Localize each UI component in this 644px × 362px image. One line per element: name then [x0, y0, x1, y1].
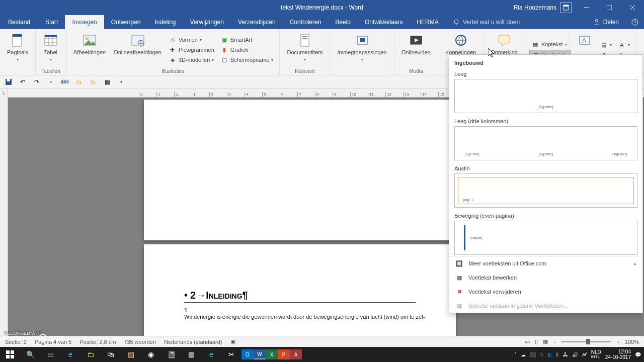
redo-button[interactable]: ↷ — [32, 77, 41, 86]
ribbon-options-icon[interactable] — [560, 2, 572, 13]
app-sticky[interactable]: ▨ — [121, 347, 141, 362]
smartart-button[interactable]: ▣SmartArt — [218, 35, 276, 44]
chart-button[interactable]: ▮Grafiek — [218, 45, 276, 54]
close-button[interactable] — [621, 0, 644, 15]
tray-clock[interactable]: 12:04 24-10-2017 — [605, 349, 631, 360]
tray-up-icon[interactable]: ˄ — [514, 352, 517, 357]
nav-pane-toggle[interactable]: L — [0, 88, 8, 342]
addins-button[interactable]: Invoegtoepassingen — [334, 31, 389, 68]
start-button[interactable] — [0, 347, 20, 362]
page-previous[interactable] — [144, 100, 456, 240]
more-footers-online[interactable]: 🔲 Meer voetteksten uit Office.com ▸ — [449, 256, 642, 270]
table-button[interactable]: Tabel — [40, 31, 62, 68]
folder-button[interactable]: 🗀 — [89, 77, 98, 86]
undo-button[interactable]: ↶ — [18, 77, 27, 86]
app-edge[interactable]: e — [60, 347, 80, 362]
zoom-level[interactable]: 100% — [625, 339, 639, 345]
empty-paragraph[interactable]: ¶ — [184, 307, 416, 313]
body-text[interactable]: Windenergie·is·energie·die·gewonnen·word… — [184, 313, 416, 321]
tab-herma[interactable]: HERMA — [410, 15, 445, 29]
view-print-icon[interactable]: ▯ — [535, 338, 538, 345]
icons-button[interactable]: ✚Pictogrammen — [167, 45, 216, 54]
tab-verzendlijsten[interactable]: Verzendlijsten — [231, 15, 283, 29]
screenshot-button[interactable]: ▢Schermopname — [218, 55, 276, 64]
spellcheck-button[interactable]: abc — [60, 77, 69, 86]
qat-more-button[interactable]: ▾ — [117, 77, 126, 86]
gallery-item-leeg3[interactable]: [Typ hier] [Typ hier] [Typ hier] — [454, 126, 637, 160]
app-access[interactable]: A — [290, 349, 302, 359]
tray-language[interactable]: NLD INTL — [591, 349, 601, 359]
document-item-button[interactable]: Documentitem — [284, 31, 326, 68]
pictures-button[interactable]: Afbeeldingen — [70, 31, 109, 68]
search-button[interactable]: 🔍 — [20, 347, 40, 362]
gallery-item-beweging[interactable]: [Datum] — [454, 221, 637, 255]
tray-office-icon[interactable]: ⬛ — [530, 352, 536, 357]
app-calc[interactable]: ▦ — [181, 347, 201, 362]
3d-models-button[interactable]: ◈3D-modellen — [167, 55, 216, 64]
tab-indeling[interactable]: Indeling — [147, 15, 183, 29]
online-video-button[interactable]: Onlinevideo — [398, 31, 434, 68]
tab-start[interactable]: Start — [38, 15, 65, 29]
app-explorer[interactable]: 🗀 — [80, 347, 101, 362]
tray-notifications-icon[interactable]: 💬 — [635, 352, 641, 357]
table-qat-button[interactable]: ▦ — [103, 77, 112, 86]
shapes-button[interactable]: ◇Vormen — [167, 35, 216, 44]
status-words[interactable]: 735 woorden — [124, 339, 156, 345]
zoom-slider[interactable] — [561, 341, 611, 342]
app-store[interactable]: 🛍 — [101, 347, 121, 362]
app-excel[interactable]: X — [266, 349, 278, 359]
pages-button[interactable]: Pagina's — [4, 31, 31, 68]
quickparts-button[interactable]: ▤ — [598, 40, 614, 49]
app-notepad[interactable]: 📓 — [161, 347, 181, 362]
zoom-in-button[interactable]: + — [616, 339, 619, 345]
share-button[interactable]: Delen — [586, 15, 626, 29]
app-outlook[interactable]: O — [242, 349, 254, 359]
tab-ontwerpen[interactable]: Ontwerpen — [104, 15, 148, 29]
app-chrome[interactable]: ◉ — [141, 347, 161, 362]
save-button[interactable] — [4, 77, 13, 86]
view-read-icon[interactable]: ▭ — [525, 338, 530, 345]
header-button[interactable]: ▦Koptekst — [529, 40, 571, 49]
online-pictures-button[interactable]: Onlineafbeeldingen — [111, 31, 165, 68]
tray-volume-icon[interactable]: 🔊 — [572, 352, 578, 357]
tab-beeld[interactable]: Beeld — [328, 15, 358, 29]
gallery-item-austin[interactable]: pag. 1 — [454, 173, 637, 208]
remove-footer[interactable]: ✖ Voettekst verwijderen — [449, 285, 642, 299]
app-powerpoint[interactable]: P — [278, 349, 290, 359]
tab-controleren[interactable]: Controleren — [283, 15, 329, 29]
page-current[interactable]: • 2→Inleiding¶ ¶ Windenergie·is·energie·… — [144, 244, 456, 342]
screenshot-icon: ▢ — [220, 56, 228, 64]
new-doc-button[interactable]: ▫ — [46, 77, 55, 86]
tray-battery-icon[interactable]: 🗲 — [582, 352, 587, 357]
tray-onedrive-icon[interactable]: ☁ — [521, 352, 526, 357]
tab-ontwikkelaars[interactable]: Ontwikkelaars — [358, 15, 410, 29]
status-position[interactable]: Positie: 2,8 cm — [79, 339, 116, 345]
tray-outlook-icon[interactable]: ◧ — [547, 352, 552, 357]
status-language[interactable]: Nederlands (standaard) — [164, 339, 222, 345]
tab-file[interactable]: Bestand — [0, 15, 38, 29]
app-snip[interactable]: ✂ — [221, 347, 242, 362]
maximize-button[interactable] — [598, 0, 621, 15]
open-folder-button[interactable]: 🗀 — [74, 77, 84, 86]
edit-footer[interactable]: ▦ Voettekst bewerken — [449, 270, 642, 285]
app-word[interactable]: W — [254, 349, 266, 359]
heading[interactable]: • 2→Inleiding¶ — [184, 290, 416, 303]
tray-bluetooth-icon[interactable]: ᛒ — [556, 352, 559, 357]
dropcap-button[interactable]: A̲ — [616, 40, 632, 49]
minimize-button[interactable] — [575, 0, 598, 15]
tab-invoegen[interactable]: Invoegen — [65, 15, 104, 29]
tell-me-search[interactable]: Vertel wat u wilt doen — [446, 15, 520, 29]
status-macro-icon[interactable]: ▣ — [230, 338, 235, 345]
task-view-button[interactable]: ▭ — [40, 347, 60, 362]
gallery-item-leeg[interactable]: [Typ hier] — [454, 79, 637, 113]
tray-onenote-icon[interactable]: N — [540, 352, 543, 357]
view-web-icon[interactable]: ▦ — [543, 338, 548, 345]
app-ie[interactable]: e — [201, 347, 221, 362]
svg-point-6 — [454, 20, 458, 24]
tab-verwijzingen[interactable]: Verwijzingen — [183, 15, 231, 29]
save-gallery-icon: ▦ — [455, 302, 463, 310]
zoom-out-button[interactable]: − — [553, 339, 556, 345]
tray-network-icon[interactable]: 🖧 — [563, 352, 568, 357]
history-button[interactable] — [626, 15, 644, 29]
group-media-label: Media — [398, 68, 434, 75]
